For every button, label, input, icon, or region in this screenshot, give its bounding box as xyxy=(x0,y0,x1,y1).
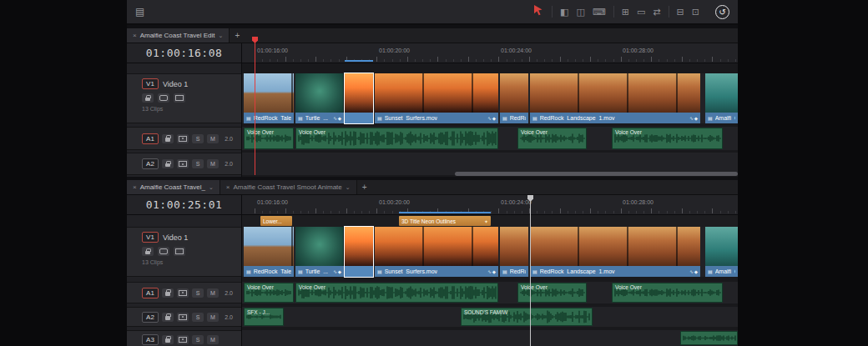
record-arm-icon[interactable] xyxy=(177,134,189,143)
video-clip[interactable]: ▤Amalfi_Coast... xyxy=(705,73,738,123)
selection-tool-icon[interactable] xyxy=(525,4,552,19)
lock-track-icon[interactable] xyxy=(162,335,174,344)
video-track-lane[interactable]: ▤RedRock_Talen...▤Turtle_...∿◆▤Sunset_Su… xyxy=(242,227,738,277)
video-clip[interactable] xyxy=(345,73,373,123)
keyboard-edit-icon[interactable]: ⌨ xyxy=(593,8,606,17)
enable-track-icon[interactable] xyxy=(158,93,169,103)
mute-button[interactable]: M xyxy=(207,134,219,143)
video-clip[interactable]: ▤Sunset_Surfers.mov∿◆ xyxy=(375,73,498,123)
track-badge[interactable]: V1 xyxy=(142,78,159,89)
close-tab-icon[interactable]: × xyxy=(226,183,230,191)
audio-clip[interactable]: Voice Over xyxy=(612,128,723,149)
audio-track-header[interactable]: A1 S M 2.0 xyxy=(127,282,241,303)
dynamic-trim-icon[interactable]: ◫ xyxy=(576,8,584,17)
timeline-lane-area[interactable]: 01:00:16:0001:00:20:0001:00:24:0001:00:2… xyxy=(242,195,738,346)
audio-clip[interactable]: Voice Over xyxy=(295,283,498,303)
audio-clip[interactable]: SFX - J... xyxy=(244,308,284,326)
lock-track-icon[interactable] xyxy=(162,288,174,298)
video-clip[interactable]: ▤RedRoc... xyxy=(500,73,528,123)
audio-track-header[interactable]: A3 S M xyxy=(127,330,241,346)
video-clip[interactable]: ▤RedRock_Talen... xyxy=(244,73,294,123)
timeline-tab[interactable]: ×Amalfie Coast Travel Edit⌄ xyxy=(127,28,230,43)
video-clip[interactable]: ▤Turtle_...∿◆ xyxy=(295,73,344,123)
audio-track-lane[interactable] xyxy=(242,330,738,346)
audio-clip[interactable]: Voice Over xyxy=(612,283,723,303)
track-badge[interactable]: A2 xyxy=(142,312,159,323)
timeline-ruler[interactable]: 01:00:16:0001:00:20:0001:00:24:0001:00:2… xyxy=(242,195,738,215)
insert-clip-icon[interactable]: ⊞ xyxy=(622,8,629,17)
video-clip[interactable]: ▤RedRock_Landscape_1.mov∿◆ xyxy=(530,73,700,123)
lock-track-icon[interactable] xyxy=(162,313,174,322)
video-track-header[interactable]: V1 Video 1 13 Clips xyxy=(127,73,241,123)
audio-track-lane[interactable]: SFX - J...SOUND'S FAMIW xyxy=(242,307,738,327)
audio-clip[interactable]: Voice Over xyxy=(517,128,587,149)
media-pool-icon[interactable]: ▤ xyxy=(135,7,144,17)
fit-to-fill-icon[interactable]: ⊟ xyxy=(677,8,684,17)
overwrite-clip-icon[interactable]: ▭ xyxy=(637,8,645,17)
audio-track-header[interactable]: A2 S M 2.0 xyxy=(127,307,241,327)
audio-clip[interactable]: Voice Over xyxy=(295,128,498,149)
lock-track-icon[interactable] xyxy=(142,93,154,103)
mute-button[interactable]: M xyxy=(207,288,219,298)
audio-clip[interactable]: SOUND'S FAMIW xyxy=(461,308,593,326)
track-badge[interactable]: A3 xyxy=(142,334,159,345)
title-clip[interactable]: Lower... xyxy=(260,216,292,226)
video-clip[interactable]: ▤RedRock_Talen... xyxy=(244,227,294,277)
solo-button[interactable]: S xyxy=(192,134,204,143)
track-view-icon[interactable] xyxy=(174,93,185,103)
replace-clip-icon[interactable]: ⇄ xyxy=(653,8,660,17)
audio-clip[interactable]: Voice Over xyxy=(244,128,294,149)
mute-button[interactable]: M xyxy=(207,159,219,168)
title-track-lane[interactable]: Lower...3D Title Neon Outlines✦ xyxy=(242,215,738,227)
timeline-tab[interactable]: ×Amalfie Coast Travel Smoot Animate⌄ xyxy=(220,180,357,194)
add-timeline-button[interactable]: + xyxy=(230,28,245,43)
horizontal-scrollbar[interactable] xyxy=(242,172,738,176)
solo-button[interactable]: S xyxy=(192,313,204,322)
audio-clip[interactable]: Voice Over xyxy=(517,283,587,303)
trim-edit-mode-icon[interactable]: ◧ xyxy=(560,8,568,17)
audio-clip[interactable] xyxy=(680,331,738,345)
audio-track-lane[interactable]: Voice OverVoice OverVoice OverVoice Over xyxy=(242,282,738,303)
audio-clip[interactable]: Voice Over xyxy=(244,283,294,303)
scrollbar-thumb[interactable] xyxy=(455,172,738,176)
track-badge[interactable]: A1 xyxy=(142,133,159,144)
audio-track-lane[interactable]: Voice OverVoice OverVoice OverVoice Over xyxy=(242,127,738,150)
playhead[interactable] xyxy=(530,195,531,346)
track-badge[interactable]: V1 xyxy=(142,232,159,243)
solo-button[interactable]: S xyxy=(192,159,204,168)
video-clip[interactable]: ▤Turtle_...∿◆ xyxy=(295,227,344,277)
record-arm-icon[interactable] xyxy=(177,288,189,298)
record-arm-icon[interactable] xyxy=(177,335,189,344)
video-track-header[interactable]: V1 Video 1 13 Clips xyxy=(127,227,241,277)
lock-track-icon[interactable] xyxy=(162,159,174,168)
timeline-ruler[interactable]: 01:00:16:0001:00:20:0001:00:24:0001:00:2… xyxy=(242,43,738,63)
audio-track-header[interactable]: A2 S M 2.0 xyxy=(127,153,241,175)
playhead[interactable] xyxy=(255,38,255,175)
lock-track-icon[interactable] xyxy=(162,134,174,143)
solo-button[interactable]: S xyxy=(192,288,204,298)
enable-track-icon[interactable] xyxy=(158,247,169,256)
video-clip[interactable]: ▤RedRock_Landscape_1.mov∿◆ xyxy=(530,227,700,277)
video-clip[interactable] xyxy=(345,227,373,277)
track-badge[interactable]: A1 xyxy=(142,288,159,298)
video-clip[interactable]: ▤Sunset_Surfers.mov∿◆ xyxy=(375,227,498,277)
timeline-tab[interactable]: ×Amalfie Coast Travel_⌄ xyxy=(127,180,220,194)
append-clip-icon[interactable]: ⊡ xyxy=(692,8,699,17)
resync-icon[interactable]: ↺ xyxy=(715,5,729,19)
solo-button[interactable]: S xyxy=(192,335,204,344)
video-clip[interactable]: ▤RedRoc... xyxy=(500,227,528,277)
record-arm-icon[interactable] xyxy=(177,159,189,168)
add-timeline-button[interactable]: + xyxy=(357,180,372,194)
video-track-lane[interactable]: ▤RedRock_Talen...▤Turtle_...∿◆▤Sunset_Su… xyxy=(242,73,738,123)
video-clip[interactable]: ▤Amalfi_Coast... xyxy=(705,227,738,277)
record-arm-icon[interactable] xyxy=(177,313,189,322)
track-badge[interactable]: A2 xyxy=(142,158,159,169)
close-tab-icon[interactable]: × xyxy=(133,32,137,39)
track-view-icon[interactable] xyxy=(174,247,185,256)
title-clip[interactable]: 3D Title Neon Outlines✦ xyxy=(399,216,491,226)
lock-track-icon[interactable] xyxy=(142,247,154,256)
mute-button[interactable]: M xyxy=(207,313,219,322)
close-tab-icon[interactable]: × xyxy=(133,183,137,191)
mute-button[interactable]: M xyxy=(207,335,219,344)
timeline-lane-area[interactable]: 01:00:16:0001:00:20:0001:00:24:0001:00:2… xyxy=(242,43,738,177)
